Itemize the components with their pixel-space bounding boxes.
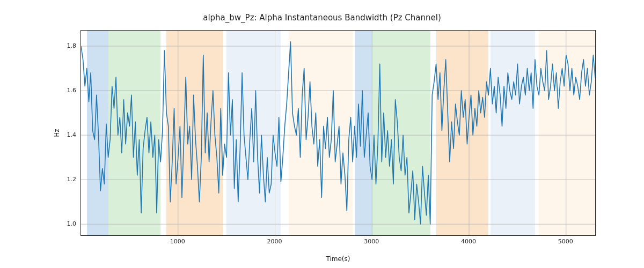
plot-axes [80,30,596,236]
x-tick-label: 1000 [170,238,185,245]
y-tick-label: 1.2 [67,176,77,183]
y-tick-label: 1.4 [67,131,77,138]
y-tick-label: 1.8 [67,42,77,49]
x-ticks: 10002000300040005000 [80,238,596,249]
figure: alpha_bw_Pz: Alpha Instantaneous Bandwid… [0,0,644,268]
x-tick-label: 2000 [267,238,282,245]
x-tick-label: 5000 [558,238,573,245]
x-tick-label: 3000 [364,238,379,245]
y-tick-label: 1.0 [67,220,77,227]
line-series [81,31,595,235]
series-path [81,42,595,224]
chart-title: alpha_bw_Pz: Alpha Instantaneous Bandwid… [0,13,644,23]
x-axis-label: Time(s) [80,255,596,263]
y-tick-label: 1.6 [67,87,77,94]
x-tick-label: 4000 [461,238,476,245]
y-ticks: 1.01.21.41.61.8 [0,30,76,236]
